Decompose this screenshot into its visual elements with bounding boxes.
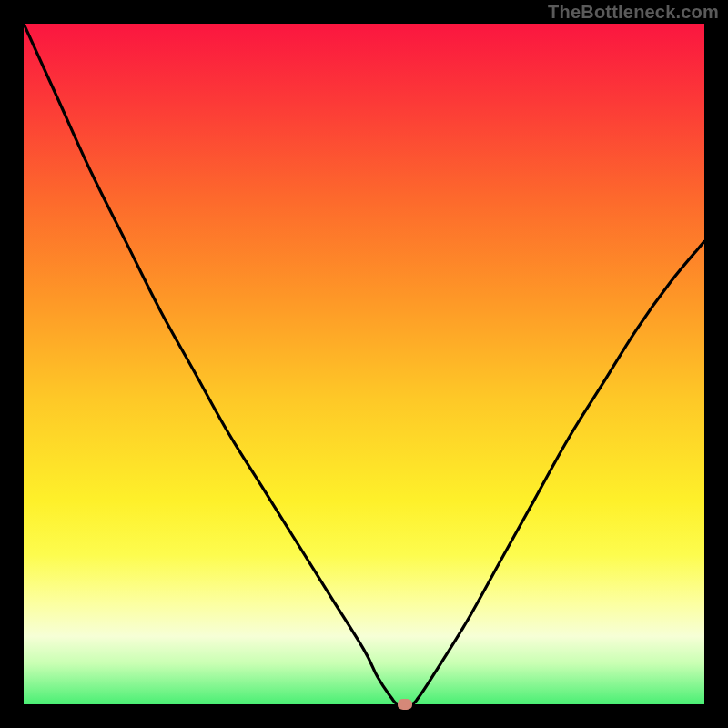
bottleneck-curve [24, 24, 704, 704]
plot-area [24, 24, 704, 704]
chart-frame: TheBottleneck.com [0, 0, 728, 728]
watermark-text: TheBottleneck.com [548, 2, 719, 23]
optimal-point-marker [398, 699, 412, 710]
